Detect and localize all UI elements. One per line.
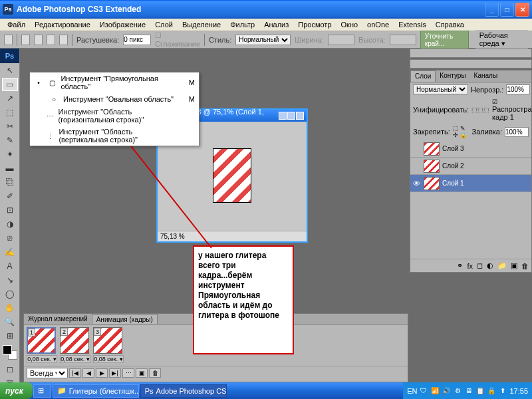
- layer-row[interactable]: Слой 2: [410, 158, 531, 175]
- doc-minimize-button[interactable]: [279, 112, 287, 120]
- tool-10[interactable]: ⊡: [2, 203, 18, 217]
- tray-icon[interactable]: 📶: [430, 386, 440, 396]
- marquee-sub-icon[interactable]: [47, 35, 55, 45]
- tool-13[interactable]: ✍: [2, 245, 18, 259]
- canvas[interactable]: [213, 148, 251, 203]
- opacity-input[interactable]: [506, 84, 530, 94]
- menu-Слой[interactable]: Слой: [150, 19, 178, 30]
- tray-icon[interactable]: 🛡: [419, 386, 428, 396]
- collapsed-panel-1[interactable]: [410, 49, 532, 58]
- new-layer-icon[interactable]: ▣: [511, 261, 517, 270]
- tool-8[interactable]: ⿻: [2, 176, 18, 189]
- menu-Extensis[interactable]: Extensis: [394, 19, 431, 30]
- tool-16[interactable]: ◯: [2, 287, 18, 301]
- link-layers-icon[interactable]: ⚭: [457, 261, 463, 270]
- propagate-checkbox[interactable]: ☑ Распространить кадр 1: [492, 98, 532, 121]
- tool-0[interactable]: ↖: [2, 64, 18, 77]
- tray-icon[interactable]: ⬆: [498, 386, 507, 396]
- tool-17[interactable]: ✋: [2, 301, 18, 315]
- tool-preset-icon[interactable]: [4, 35, 13, 45]
- tray-icon[interactable]: 🔊: [442, 386, 451, 396]
- animation-frame[interactable]: 20,08 сек. ▾: [60, 327, 90, 363]
- marquee-int-icon[interactable]: [59, 35, 68, 45]
- language-indicator[interactable]: EN: [407, 387, 417, 395]
- menu-Изображение[interactable]: Изображение: [95, 19, 150, 30]
- tool-12[interactable]: ⎚: [2, 231, 18, 245]
- doc-close-button[interactable]: [296, 112, 304, 120]
- tool-15[interactable]: ↘: [2, 273, 18, 287]
- tool-2[interactable]: ↗: [2, 92, 18, 105]
- tool-18[interactable]: 🔍: [2, 315, 18, 329]
- fx-icon[interactable]: fx: [467, 262, 473, 270]
- quickmask-icon[interactable]: ◻: [2, 362, 18, 376]
- tab-Контуры[interactable]: Контуры: [436, 70, 469, 82]
- blend-mode-select[interactable]: Нормальный: [413, 84, 468, 94]
- animation-frame[interactable]: 10,08 сек. ▾: [27, 327, 57, 363]
- tool-19[interactable]: ⊞: [2, 329, 18, 342]
- tool-1[interactable]: ▭: [2, 78, 18, 91]
- tool-9[interactable]: ✐: [2, 190, 18, 203]
- doc-maximize-button[interactable]: [287, 112, 295, 120]
- clock[interactable]: 17:55: [509, 387, 528, 395]
- workspace-menu[interactable]: Рабочая среда ▾: [475, 30, 528, 49]
- tray-icon[interactable]: ⚙: [453, 386, 462, 396]
- minimize-button[interactable]: _: [485, 3, 499, 17]
- tab-Журнал измерений[interactable]: Журнал измерений: [24, 314, 92, 324]
- mask-icon[interactable]: ◻: [477, 261, 483, 270]
- tab-Анимация (кадры)[interactable]: Анимация (кадры): [92, 314, 158, 324]
- adjustment-icon[interactable]: ◐: [487, 261, 493, 270]
- tool-5[interactable]: ✎: [2, 134, 18, 147]
- tool-14[interactable]: A: [2, 259, 18, 273]
- flyout-item[interactable]: ○Инструмент "Овальная область"M: [30, 92, 199, 106]
- tray-icon[interactable]: 🔒: [487, 386, 496, 396]
- menu-Справка[interactable]: Справка: [431, 19, 469, 30]
- tray-icon[interactable]: 📋: [475, 386, 485, 396]
- first-frame-button[interactable]: |◀: [69, 368, 81, 378]
- tool-7[interactable]: ▬: [2, 162, 18, 175]
- menu-Фильтр[interactable]: Фильтр: [225, 19, 259, 30]
- menu-Редактирование[interactable]: Редактирование: [30, 19, 95, 30]
- tween-button[interactable]: ⋯: [122, 368, 134, 378]
- menu-Окно[interactable]: Окно: [336, 19, 363, 30]
- tab-Каналы[interactable]: Каналы: [470, 70, 502, 82]
- maximize-button[interactable]: □: [500, 3, 514, 17]
- style-select[interactable]: Нормальный: [235, 35, 291, 45]
- frame-delay[interactable]: 0,08 сек. ▾: [93, 355, 124, 363]
- layer-row[interactable]: 👁Слой 1: [410, 175, 531, 192]
- flyout-item[interactable]: •▢Инструмент "Прямоугольная область"M: [30, 72, 199, 92]
- layer-thumbnail[interactable]: [424, 160, 440, 173]
- menu-Просмотр[interactable]: Просмотр: [293, 19, 336, 30]
- frame-delay[interactable]: 0,08 сек. ▾: [60, 355, 90, 363]
- feather-input[interactable]: [123, 35, 151, 45]
- folder-icon[interactable]: 📁: [497, 261, 507, 270]
- flyout-item[interactable]: ⋯Инструмент "Область (горизонтальная стр…: [30, 106, 199, 126]
- marquee-new-icon[interactable]: [21, 35, 30, 45]
- fg-color[interactable]: [3, 345, 12, 354]
- visibility-icon[interactable]: 👁: [412, 180, 421, 188]
- tab-Слои[interactable]: Слои: [410, 70, 436, 82]
- tool-6[interactable]: ✦: [2, 148, 18, 161]
- menu-onOne[interactable]: onOne: [362, 19, 394, 30]
- tool-4[interactable]: ✂: [2, 120, 18, 133]
- menu-Анализ[interactable]: Анализ: [259, 19, 293, 30]
- menu-Выделение[interactable]: Выделение: [178, 19, 225, 30]
- delete-frame-button[interactable]: 🗑: [149, 368, 161, 378]
- play-button[interactable]: ▶: [96, 368, 108, 378]
- animation-frame[interactable]: 30,08 сек. ▾: [93, 327, 124, 363]
- taskbar-button[interactable]: 📁Глитеры (блестяшк...: [53, 384, 139, 398]
- taskbar-button[interactable]: ⊞: [33, 384, 51, 398]
- tool-3[interactable]: ⬚: [2, 106, 18, 119]
- tool-11[interactable]: ◑: [2, 217, 18, 231]
- loop-select[interactable]: Всегда ▾: [27, 368, 68, 378]
- color-swatches[interactable]: [3, 345, 17, 360]
- layer-row[interactable]: Слой 3: [410, 140, 531, 158]
- frame-delay[interactable]: 0,08 сек. ▾: [27, 355, 57, 363]
- tray-icon[interactable]: 🖥: [464, 386, 473, 396]
- start-button[interactable]: пуск: [0, 382, 33, 399]
- close-button[interactable]: ✕: [515, 3, 529, 17]
- trash-icon[interactable]: 🗑: [521, 262, 529, 270]
- fill-input[interactable]: [505, 127, 529, 137]
- taskbar-button[interactable]: PsAdobe Photoshop CS...: [140, 384, 227, 398]
- layer-thumbnail[interactable]: [424, 142, 440, 156]
- prev-frame-button[interactable]: ◀: [82, 368, 94, 378]
